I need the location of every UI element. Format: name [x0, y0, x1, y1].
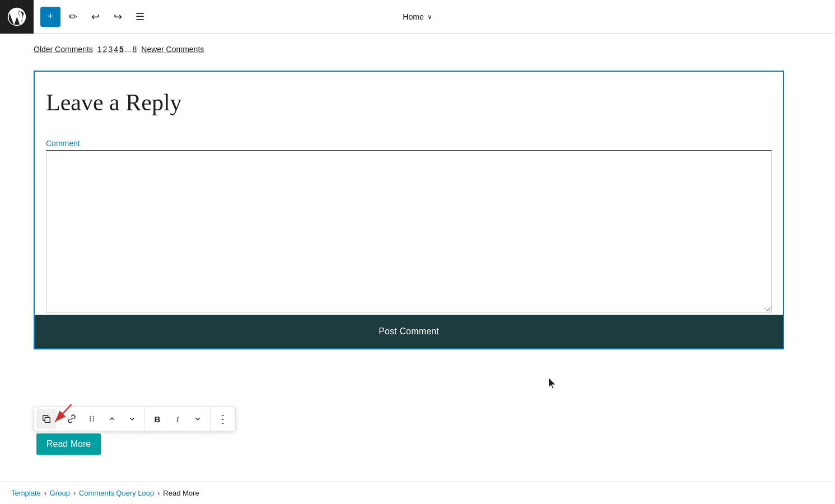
svg-point-1: [90, 416, 91, 417]
cursor-icon: [549, 378, 557, 389]
breadcrumb-read-more: Read More: [163, 489, 199, 497]
home-label: Home: [403, 12, 423, 21]
post-comment-button[interactable]: Post Comment: [35, 315, 783, 348]
leave-reply-title: Leave a Reply: [46, 88, 772, 116]
add-block-button[interactable]: +: [40, 7, 60, 27]
breadcrumb-template[interactable]: Template: [11, 489, 41, 497]
main-content: Older Comments 1 2 3 4 5 ... 8 Newer Com…: [0, 34, 835, 361]
arrow-icon: [50, 402, 78, 430]
older-comments-link[interactable]: Older Comments: [34, 45, 93, 54]
page-8[interactable]: 8: [132, 45, 137, 54]
svg-point-6: [93, 421, 94, 422]
redo-button[interactable]: ↪: [108, 7, 128, 27]
menu-button[interactable]: ☰: [130, 7, 150, 27]
chevron-up-icon: [107, 414, 117, 424]
page-1[interactable]: 1: [97, 45, 102, 54]
svg-point-2: [93, 416, 94, 417]
page-ellipsis: ...: [125, 45, 132, 54]
drag-handle-button[interactable]: [82, 409, 102, 429]
resize-handle-icon: ⤡: [764, 307, 771, 314]
drag-icon: [87, 414, 97, 424]
svg-point-3: [90, 418, 91, 419]
more-options-group: ⋮: [211, 407, 235, 431]
page-4[interactable]: 4: [114, 45, 118, 54]
page-3[interactable]: 3: [108, 45, 113, 54]
top-toolbar: + ✏ ↩ ↪ ☰ Home ∨: [0, 0, 835, 34]
move-up-button[interactable]: [102, 409, 122, 429]
toolbar-left: + ✏ ↩ ↪ ☰: [34, 7, 157, 27]
comment-input-wrapper: ⤡: [46, 150, 772, 315]
breadcrumb-bar: Template › Group › Comments Query Loop ›…: [0, 482, 835, 504]
newer-comments-link[interactable]: Newer Comments: [141, 45, 204, 54]
svg-point-4: [93, 418, 94, 419]
text-format-dropdown[interactable]: [188, 409, 208, 429]
wordpress-icon: [7, 7, 27, 27]
breadcrumb-sep-3: ›: [157, 489, 160, 497]
wp-logo[interactable]: [0, 0, 34, 34]
undo-button[interactable]: ↩: [85, 7, 105, 27]
toolbar-center: Home ∨: [403, 12, 432, 21]
svg-rect-0: [45, 417, 50, 422]
breadcrumb-sep-1: ›: [44, 489, 46, 497]
move-down-button[interactable]: [122, 409, 142, 429]
post-comment-label: Post Comment: [379, 326, 439, 337]
chevron-down-icon: ∨: [427, 13, 432, 21]
bold-button[interactable]: B: [147, 409, 167, 429]
page-2[interactable]: 2: [103, 45, 108, 54]
chevron-down-icon: [127, 414, 137, 424]
comment-label: Comment: [46, 139, 772, 148]
dropdown-arrow-icon: [193, 414, 203, 424]
mouse-cursor: [549, 378, 557, 389]
read-more-button[interactable]: Read More: [36, 433, 101, 455]
pencil-button[interactable]: ✏: [63, 7, 83, 27]
pagination: Older Comments 1 2 3 4 5 ... 8 Newer Com…: [34, 45, 801, 54]
page-5[interactable]: 5: [119, 45, 124, 54]
format-group: B I: [145, 407, 211, 431]
breadcrumb-group[interactable]: Group: [50, 489, 70, 497]
page-numbers: 1 2 3 4 5 ... 8: [97, 45, 137, 54]
more-options-button[interactable]: ⋮: [213, 409, 233, 429]
comments-form-block: Leave a Reply Comment ⤡ Post Comment: [34, 71, 784, 349]
comment-textarea[interactable]: [46, 150, 772, 312]
svg-point-5: [90, 421, 91, 422]
breadcrumb-comments-query-loop[interactable]: Comments Query Loop: [79, 489, 154, 497]
svg-line-8: [55, 404, 71, 422]
arrow-indicator: [50, 402, 78, 432]
italic-button[interactable]: I: [167, 409, 188, 429]
breadcrumb-sep-2: ›: [73, 489, 76, 497]
